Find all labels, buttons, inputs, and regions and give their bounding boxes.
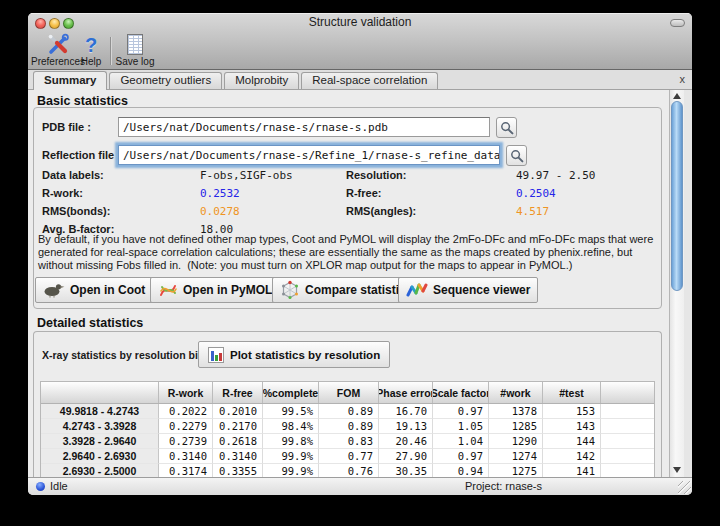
- triangle-up-icon: [673, 93, 681, 99]
- help-button[interactable]: ? Help: [76, 33, 106, 67]
- cell: 30.35: [379, 464, 433, 477]
- column-header[interactable]: Phase error: [379, 382, 433, 403]
- cell: 0.3140: [159, 449, 213, 464]
- column-header[interactable]: FOM: [319, 382, 379, 403]
- sequence-chain-icon: [406, 281, 428, 299]
- cell: 99.9%: [263, 449, 319, 464]
- project-label: Project: rnase-s: [465, 480, 542, 492]
- question-mark-icon: ?: [85, 33, 97, 56]
- tab-summary[interactable]: Summary: [33, 71, 107, 90]
- rms-bonds-value: 0.0278: [200, 205, 240, 218]
- save-log-button[interactable]: Save log: [113, 33, 157, 67]
- help-label: Help: [81, 57, 102, 67]
- zoom-window-button[interactable]: [63, 18, 74, 29]
- bin-range-cell: 2.6930 - 2.5000: [41, 464, 159, 477]
- plot-statistics-label: Plot statistics by resolution: [230, 349, 380, 361]
- notebook-tabbar: Summary Geometry outliers Molprobity Rea…: [28, 70, 692, 90]
- window-chrome: Structure validation Preferences ? Help: [28, 13, 692, 70]
- pdb-browse-button[interactable]: [496, 117, 517, 138]
- column-header-filler: [601, 382, 654, 403]
- resolution-bin-table: R-work R-free %complete FOM Phase error …: [40, 381, 655, 477]
- column-header[interactable]: R-free: [213, 382, 263, 403]
- cell: 20.46: [379, 434, 433, 449]
- pdb-file-label: PDB file :: [42, 121, 91, 133]
- cell: 141: [543, 464, 601, 477]
- cell: 153: [543, 404, 601, 419]
- column-header[interactable]: Scale factor: [433, 382, 489, 403]
- cell: 1290: [489, 434, 543, 449]
- r-work-label: R-work:: [42, 187, 83, 199]
- cell: 0.83: [319, 434, 379, 449]
- sequence-viewer-button[interactable]: Sequence viewer: [398, 277, 538, 303]
- tab-molprobity[interactable]: Molprobity: [224, 72, 299, 89]
- pdb-file-input[interactable]: /Users/nat/Documents/rnase-s/rnase-s.pdb: [118, 117, 490, 137]
- resolution-bin-label: X-ray statistics by resolution bin:: [42, 349, 208, 361]
- compare-statistics-label: Compare statistics: [305, 283, 412, 297]
- status-bar: Idle Project: rnase-s: [28, 477, 692, 495]
- molecule-hexagon-icon: [280, 280, 300, 300]
- minimize-window-button[interactable]: [49, 18, 60, 29]
- column-header[interactable]: #work: [489, 382, 543, 403]
- reflection-file-input[interactable]: /Users/nat/Documents/rnase-s/Refine_1/rn…: [118, 145, 500, 165]
- open-in-coot-button[interactable]: Open in Coot: [35, 277, 153, 303]
- cell: 142: [543, 449, 601, 464]
- triangle-down-icon: [673, 467, 681, 473]
- cell: 0.89: [319, 419, 379, 434]
- bar-chart-icon: [208, 347, 224, 363]
- cell: 0.3174: [159, 464, 213, 477]
- cell: 0.2618: [213, 434, 263, 449]
- cell: 0.97: [433, 404, 489, 419]
- bin-range-cell: 2.9640 - 2.6930: [41, 449, 159, 464]
- cell: 27.90: [379, 449, 433, 464]
- vertical-scrollbar[interactable]: [669, 90, 684, 477]
- cell: 0.2739: [159, 434, 213, 449]
- cell-filler: [601, 464, 654, 477]
- cell: 0.97: [433, 449, 489, 464]
- pymol-ribbon-icon: [158, 281, 178, 299]
- cell: 0.2022: [159, 404, 213, 419]
- cell: 0.2170: [213, 419, 263, 434]
- cell: 0.3355: [213, 464, 263, 477]
- column-header[interactable]: #test: [543, 382, 601, 403]
- close-x-icon[interactable]: x: [680, 73, 686, 85]
- status-text: Idle: [50, 480, 68, 492]
- reflection-browse-button[interactable]: [506, 145, 527, 166]
- tab-geometry-outliers[interactable]: Geometry outliers: [109, 72, 222, 89]
- basic-statistics-heading: Basic statistics: [37, 94, 128, 108]
- close-window-button[interactable]: [35, 18, 46, 29]
- cell-filler: [601, 449, 654, 464]
- toolbar-toggle-pill-button[interactable]: [670, 19, 685, 27]
- blue-dot-icon: [36, 482, 45, 491]
- content-right-margin: [684, 90, 692, 477]
- cell: 1.04: [433, 434, 489, 449]
- toolbar-separator: [110, 37, 111, 65]
- resize-grip[interactable]: [678, 481, 691, 494]
- cell: 99.5%: [263, 404, 319, 419]
- window-title: Structure validation: [28, 13, 692, 31]
- table-row[interactable]: 3.3928 - 2.9640 0.2739 0.2618 99.8% 0.83…: [41, 434, 654, 449]
- column-header[interactable]: R-work: [159, 382, 213, 403]
- cell: 0.94: [433, 464, 489, 477]
- plot-statistics-button[interactable]: Plot statistics by resolution: [198, 341, 390, 368]
- scroll-down-button[interactable]: [670, 464, 684, 476]
- cell: 16.70: [379, 404, 433, 419]
- table-row[interactable]: 2.6930 - 2.5000 0.3174 0.3355 99.9% 0.76…: [41, 464, 654, 477]
- tools-icon: [46, 32, 70, 56]
- table-row[interactable]: 4.2743 - 3.3928 0.2279 0.2170 98.4% 0.89…: [41, 419, 654, 434]
- table-row[interactable]: 49.9818 - 4.2743 0.2022 0.2010 99.5% 0.8…: [41, 404, 654, 419]
- cell: 98.4%: [263, 419, 319, 434]
- column-header[interactable]: %complete: [263, 382, 319, 403]
- cell: 99.8%: [263, 434, 319, 449]
- tab-real-space-correlation[interactable]: Real-space correlation: [301, 72, 438, 89]
- column-header[interactable]: [41, 382, 159, 403]
- table-row[interactable]: 2.9640 - 2.6930 0.3140 0.3140 99.9% 0.77…: [41, 449, 654, 464]
- cell: 1274: [489, 449, 543, 464]
- cell: 143: [543, 419, 601, 434]
- scrollbar-thumb[interactable]: [671, 101, 683, 291]
- cell: 0.77: [319, 449, 379, 464]
- magnifier-icon: [500, 121, 514, 135]
- spreadsheet-icon: [127, 33, 143, 56]
- r-free-value: 0.2504: [516, 187, 556, 200]
- open-in-pymol-button[interactable]: Open in PyMOL: [150, 277, 280, 303]
- resolution-label: Resolution:: [346, 169, 407, 181]
